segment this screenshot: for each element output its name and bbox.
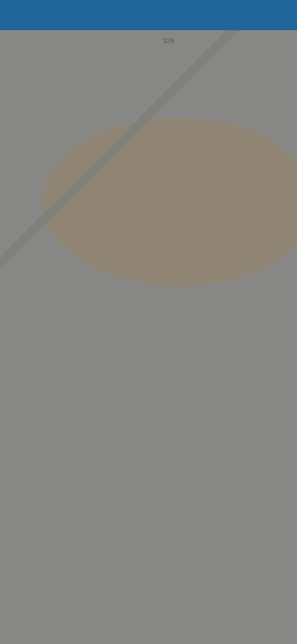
modal-backdrop[interactable] (0, 30, 297, 644)
status-bar (0, 0, 297, 30)
